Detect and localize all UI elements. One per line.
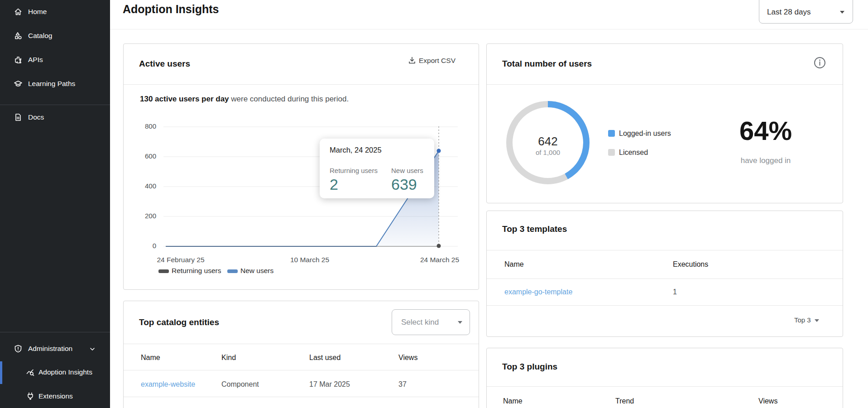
- new-users-point: [437, 149, 441, 153]
- logged-in-percentage: 64%: [720, 115, 811, 146]
- chevron-down-icon: [815, 319, 819, 322]
- export-csv-label: Export CSV: [419, 57, 456, 65]
- sidebar-item-label: Administration: [28, 345, 72, 353]
- legend-swatch-new: [227, 269, 238, 273]
- row-divider: [487, 305, 843, 306]
- column-header-trend: Trend: [615, 397, 634, 405]
- card-title: Top 3 templates: [502, 224, 567, 234]
- legend-swatch-logged-in: [608, 130, 615, 137]
- card-header-divider: [487, 250, 843, 250]
- card-title: Top 3 plugins: [502, 362, 557, 372]
- executions-value: 1: [673, 288, 677, 296]
- card-header-divider: [487, 386, 843, 387]
- sidebar-item-label: Extensions: [38, 392, 73, 400]
- sidebar-item-learning-paths[interactable]: Learning Paths: [0, 75, 110, 93]
- plug-icon: [26, 392, 35, 401]
- legend-new-users: New users: [227, 268, 286, 275]
- column-header-kind: Kind: [221, 354, 236, 362]
- x-tick-2: 10 March 25: [276, 256, 344, 264]
- sidebar-item-label: Home: [28, 8, 47, 16]
- export-csv-button[interactable]: Export CSV: [408, 55, 465, 67]
- apis-icon: [14, 55, 23, 64]
- sidebar-divider: [0, 332, 110, 332]
- header-divider: [110, 29, 868, 29]
- sidebar-divider: [0, 105, 110, 105]
- views-value: 37: [398, 380, 407, 389]
- legend-label-licensed: Licensed: [619, 149, 648, 157]
- column-header-views: Views: [398, 354, 417, 362]
- card-header-divider: [124, 84, 479, 85]
- home-icon: [14, 7, 23, 16]
- sidebar-item-home[interactable]: Home: [0, 3, 110, 21]
- tooltip-returning-label: Returning users: [330, 167, 378, 174]
- sidebar-item-label: APIs: [28, 56, 43, 64]
- sidebar-item-label: Docs: [28, 113, 44, 121]
- x-tick-3: 24 March 25: [406, 256, 474, 264]
- sidebar-item-docs[interactable]: Docs: [0, 108, 110, 126]
- docs-icon: [14, 113, 23, 122]
- chevron-down-icon: [89, 346, 96, 353]
- legend-returning-users: Returning users: [158, 268, 235, 275]
- card-title: Total number of users: [502, 59, 592, 69]
- tooltip-returning-value: 2: [330, 176, 338, 193]
- card-title: Active users: [139, 59, 190, 69]
- sidebar-item-label: Adoption Insights: [38, 368, 92, 376]
- kind-value: Component: [221, 380, 259, 389]
- info-icon[interactable]: [814, 57, 826, 69]
- column-header-executions: Executions: [673, 260, 708, 269]
- legend-label: Returning users: [172, 267, 221, 275]
- learning-paths-icon: [14, 79, 23, 88]
- row-divider: [487, 278, 843, 279]
- entity-link[interactable]: example-website: [141, 380, 195, 389]
- kind-filter-select[interactable]: Select kind: [392, 309, 470, 335]
- summary-rest: were conducted during this period.: [229, 95, 349, 103]
- sidebar-item-catalog[interactable]: Catalog: [0, 27, 110, 45]
- total-users-card: Total number of users 642 of 1,000 Logge…: [486, 43, 843, 203]
- card-title: Top catalog entities: [139, 317, 219, 327]
- kind-filter-value: Select kind: [401, 318, 439, 327]
- sidebar-item-apis[interactable]: APIs: [0, 51, 110, 69]
- legend-label-logged-in: Logged-in users: [619, 130, 671, 138]
- legend-label: New users: [240, 267, 273, 275]
- row-divider: [124, 397, 479, 397]
- shield-icon: [14, 344, 23, 353]
- donut-caption: of 1,000: [521, 149, 575, 156]
- date-range-value: Last 28 days: [767, 8, 810, 17]
- download-icon: [408, 56, 416, 64]
- date-range-select[interactable]: Last 28 days: [759, 0, 853, 24]
- tooltip-new-value: 639: [391, 176, 417, 193]
- top-n-selector[interactable]: Top 3: [794, 316, 819, 324]
- tooltip-date: March, 24 2025: [330, 146, 382, 154]
- chevron-down-icon: [840, 11, 844, 14]
- sidebar-item-extensions[interactable]: Extensions: [0, 387, 110, 405]
- column-header-name: Name: [503, 397, 523, 405]
- chevron-down-icon: [458, 321, 462, 324]
- top-n-label: Top 3: [794, 316, 811, 324]
- catalog-icon: [14, 31, 23, 40]
- column-header-name: Name: [504, 260, 524, 269]
- logged-in-caption: have logged in: [720, 156, 811, 165]
- sidebar-item-label: Catalog: [28, 32, 52, 40]
- tooltip-new-label: New users: [391, 167, 423, 174]
- legend-swatch-licensed: [608, 149, 615, 156]
- page-title: Adoption Insights: [123, 3, 219, 16]
- summary-stat: 130 active users per day: [140, 95, 229, 103]
- column-header-views: Views: [758, 397, 777, 405]
- legend-swatch-returning: [158, 269, 169, 273]
- top-plugins-card: Top 3 plugins Name Trend Views: [486, 348, 843, 408]
- x-tick-1: 24 February 25: [147, 256, 215, 264]
- chart-tooltip: March, 24 2025 Returning users New users…: [320, 139, 434, 198]
- column-header-name: Name: [141, 354, 160, 362]
- sidebar: Home Catalog APIs Learning Paths Docs Ad…: [0, 0, 110, 408]
- template-link[interactable]: example-go-template: [504, 288, 572, 296]
- returning-users-point: [437, 244, 441, 248]
- last-used-value: 17 Mar 2025: [309, 380, 350, 389]
- top-templates-card: Top 3 templates Name Executions example-…: [486, 211, 843, 337]
- sidebar-item-adoption-insights[interactable]: Adoption Insights: [0, 363, 110, 381]
- top-catalog-entities-card: Top catalog entities Select kind Name Ki…: [123, 301, 479, 408]
- adoption-insights-icon: [26, 368, 35, 377]
- column-header-last-used: Last used: [309, 354, 340, 362]
- sidebar-item-administration[interactable]: Administration: [0, 340, 110, 358]
- donut-value: 642: [521, 134, 575, 149]
- sidebar-item-label: Learning Paths: [28, 80, 75, 88]
